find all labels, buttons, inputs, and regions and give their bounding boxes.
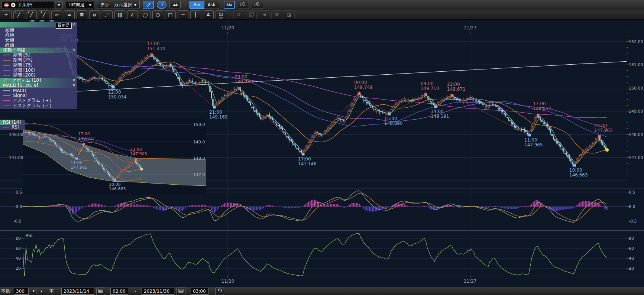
swing-time: 21:00 bbox=[209, 110, 228, 115]
latest-bar-tooltip: 最新足 bbox=[56, 23, 72, 29]
legend-item: MACD bbox=[0, 88, 77, 93]
swing-price: 148.837 bbox=[533, 106, 551, 111]
series-color-swatch bbox=[3, 55, 10, 55]
swing-price: 147.965 bbox=[71, 165, 88, 170]
series-color-swatch bbox=[3, 65, 10, 66]
bottom-annotation: 21:00149.169 bbox=[209, 110, 228, 120]
rsi-axis-label-left: 80 bbox=[16, 236, 21, 241]
series-color-swatch bbox=[3, 100, 10, 101]
legend-item: ヒストグラム（－） bbox=[0, 103, 77, 108]
swing-price: 149.169 bbox=[209, 115, 228, 120]
swing-price: 148.890 bbox=[384, 121, 403, 126]
rsi-axis-label: 40 bbox=[629, 256, 634, 261]
macd-axis-label-left: 0.0 bbox=[16, 204, 22, 209]
swing-time: 17:00 bbox=[147, 42, 165, 46]
swing-price: 146.663 bbox=[109, 187, 126, 191]
swing-time: 11:00 bbox=[524, 138, 543, 143]
bottom-annotation: 22:00150.034 bbox=[108, 90, 127, 100]
legend-header: MACD [5, 20, 9]× bbox=[0, 83, 77, 88]
close-icon[interactable]: × bbox=[72, 48, 76, 52]
macd-axis-label-left: -0.5 bbox=[13, 219, 21, 224]
inset-price-label: 149.0 bbox=[193, 140, 205, 145]
peak-annotation: 23:00147.903 bbox=[594, 123, 613, 133]
rsi-axis-label-left: 20 bbox=[16, 266, 21, 271]
price-axis-label-left: 147.00 bbox=[9, 155, 23, 160]
swing-time: 11:00 bbox=[71, 161, 88, 165]
indicator-legend-panel: ×始値高値安値終値移動平均線×期間 [5]期間 [25]期間 [75]期間 [1… bbox=[0, 22, 77, 109]
price-axis-label: 151.00 bbox=[629, 62, 643, 67]
swing-time: 17:00 bbox=[298, 157, 317, 162]
bottom-annotation: 10:00146.663 bbox=[569, 168, 588, 178]
price-axis-label-left: 148.00 bbox=[9, 132, 23, 137]
rsi-legend-panel: RSI [14]RSI bbox=[0, 120, 25, 130]
close-icon[interactable]: × bbox=[72, 83, 76, 87]
swing-price: 147.965 bbox=[524, 143, 543, 148]
price-axis-label: 147.00 bbox=[629, 155, 643, 160]
legend-item-label: MACD bbox=[13, 88, 26, 93]
legend-header-label: RSI [14] bbox=[3, 120, 21, 125]
series-color-swatch bbox=[3, 105, 10, 106]
bottom-annotation: 14:00149.191 bbox=[431, 109, 449, 119]
swing-price: 149.749 bbox=[354, 85, 373, 90]
swing-price: 149.191 bbox=[431, 114, 449, 119]
inset-peak-annotation: 23:00147.903 bbox=[130, 148, 147, 156]
time-axis-label-bottom: 11/27 bbox=[464, 279, 477, 284]
series-color-swatch bbox=[3, 70, 10, 71]
macd-axis-label: 0.0 bbox=[629, 204, 635, 209]
inset-price-label: 147.0 bbox=[193, 172, 205, 177]
legend-item: 期間 [25] bbox=[0, 58, 77, 63]
inset-peak-annotation: 17:00148.837 bbox=[78, 132, 95, 141]
time-axis-label-top: 11/20 bbox=[221, 25, 234, 30]
peak-annotation: 09:00149.989 bbox=[234, 75, 253, 84]
close-icon[interactable]: × bbox=[72, 78, 76, 82]
series-color-swatch bbox=[3, 90, 10, 91]
close-icon[interactable]: × bbox=[72, 22, 76, 27]
inset-bottom-annotation: 11:00147.965 bbox=[71, 161, 88, 170]
legend-header-label: MACD [5, 20, 9] bbox=[3, 83, 38, 88]
time-axis-label-top: 11/27 bbox=[464, 25, 477, 30]
rsi-axis-label: 20 bbox=[629, 266, 634, 271]
swing-price: 147.146 bbox=[298, 162, 317, 166]
price-axis-label: 150.00 bbox=[629, 86, 643, 91]
swing-price: 149.989 bbox=[234, 80, 253, 84]
swing-price: 151.430 bbox=[147, 46, 165, 51]
bottom-annotation: 15:00148.890 bbox=[384, 116, 403, 126]
series-color-swatch bbox=[3, 127, 9, 127]
bottom-annotation: 17:00147.146 bbox=[298, 157, 317, 166]
price-axis-label: 149.00 bbox=[629, 109, 643, 114]
series-color-swatch bbox=[3, 75, 10, 76]
price-axis-label: 148.00 bbox=[629, 132, 643, 137]
legend-item-label: RSI bbox=[12, 124, 19, 130]
swing-price: 146.663 bbox=[569, 173, 588, 178]
time-axis-label-bottom: 11/20 bbox=[221, 279, 234, 284]
legend-item: 期間 [75] bbox=[0, 63, 77, 68]
inset-price-label: 150.0 bbox=[193, 122, 205, 127]
swing-price: 149.710 bbox=[421, 86, 439, 91]
legend-item: 期間 [5] bbox=[0, 53, 77, 58]
rsi-pane-title: RSI bbox=[25, 233, 33, 238]
rsi-axis-label-left: 60 bbox=[16, 246, 21, 251]
preview-inset-window[interactable]: 150.0149.0148.0147.017:00148.83723:00147… bbox=[23, 118, 206, 195]
swing-price: 149.671 bbox=[447, 87, 466, 92]
inset-bottom-annotation: 10:00146.663 bbox=[109, 182, 126, 191]
legend-item-label: ヒストグラム（－） bbox=[13, 103, 54, 109]
legend-header: RSI [14] bbox=[0, 120, 25, 125]
chart-area[interactable]: 22:00151.75222:00150.03417:00151.43021:0… bbox=[0, 20, 644, 287]
swing-price: 147.903 bbox=[594, 128, 613, 133]
legend-header: 移動平均線× bbox=[0, 48, 77, 53]
swing-price: 150.034 bbox=[108, 95, 127, 100]
peak-annotation: 22:00149.671 bbox=[447, 82, 466, 92]
peak-annotation: 09:00149.710 bbox=[421, 81, 439, 91]
swing-time: 22:00 bbox=[108, 90, 127, 95]
series-color-swatch bbox=[3, 95, 10, 96]
swing-time: 09:00 bbox=[421, 81, 439, 86]
rsi-axis-label: 80 bbox=[629, 236, 634, 241]
macd-axis-label-left: 0.5 bbox=[16, 190, 22, 195]
inset-price-label: 148.0 bbox=[193, 156, 205, 161]
rsi-axis-label-left: 40 bbox=[16, 256, 21, 261]
legend-drag-dots[interactable] bbox=[28, 20, 56, 22]
price-axis-label: 152.00 bbox=[629, 39, 643, 44]
swing-price: 147.903 bbox=[130, 152, 147, 156]
legend-item: RSI bbox=[0, 125, 25, 130]
fx-chart-app: ドル/円 ▼ 1時間足 ▼ テクニカル選択 ▼ i Bid Ask +╱1╱2╱… bbox=[0, 0, 644, 295]
